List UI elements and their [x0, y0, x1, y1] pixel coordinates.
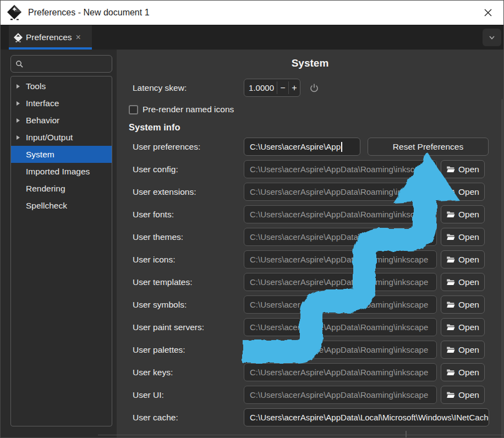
open-button-label: Open: [458, 322, 479, 332]
expander-triangle-icon[interactable]: [17, 135, 26, 140]
search-box[interactable]: [10, 55, 112, 73]
open-folder-button[interactable]: Open: [441, 183, 485, 201]
path-field-user-keys[interactable]: C:\Users\acerAspire\AppData\Roaming\inks…: [244, 363, 437, 381]
reset-default-power-button[interactable]: [309, 83, 319, 93]
sidebar-item-imported-images[interactable]: Imported Images: [11, 163, 112, 180]
expander-triangle-icon[interactable]: [17, 118, 26, 123]
row-label: User keys:: [133, 368, 244, 377]
path-field-user-symbols[interactable]: C:\Users\acerAspire\AppData\Roaming\inks…: [244, 295, 437, 314]
inkscape-logo-icon: [6, 4, 23, 21]
row-label: User config:: [133, 165, 244, 174]
search-input[interactable]: [27, 59, 107, 69]
sidebar: ToolsInterfaceBehaviorInput/OutputSystem…: [1, 50, 117, 438]
tab-close-icon[interactable]: ×: [76, 32, 81, 42]
open-folder-button[interactable]: Open: [441, 228, 485, 246]
open-folder-button[interactable]: Open: [441, 341, 485, 359]
path-field-user-config[interactable]: C:\Users\acerAspire\AppData\Roaming\inks…: [244, 160, 437, 178]
window-title: Preferences - New document 1: [28, 8, 150, 18]
path-text: C:\Users\acerAspire\AppData\Roaming\inks…: [250, 322, 428, 332]
folder-open-icon: [446, 391, 455, 399]
prerender-icons-label: Pre-render named icons: [143, 105, 234, 114]
path-text: C:\Users\acerAspire\AppData\Roaming\inks…: [250, 187, 428, 196]
tab-preferences[interactable]: Preferences ×: [9, 25, 92, 50]
row-label: User fonts:: [133, 210, 244, 220]
sidebar-item-behavior[interactable]: Behavior: [11, 112, 112, 129]
sidebar-item-label: Imported Images: [26, 167, 90, 177]
sidebar-item-system[interactable]: System: [11, 146, 112, 163]
folder-open-icon: [446, 210, 455, 218]
power-icon: [309, 83, 319, 93]
sidebar-item-label: Interface: [26, 98, 59, 108]
latency-skew-spinbox[interactable]: 1.0000 − +: [244, 79, 300, 97]
path-field-user-palettes[interactable]: C:\Users\acerAspire\AppData\Roaming\inks…: [244, 341, 437, 359]
bottom-splitter[interactable]: [98, 435, 503, 435]
open-folder-button[interactable]: Open: [441, 295, 485, 314]
spinbox-value[interactable]: 1.0000: [244, 79, 277, 96]
pref-row-user-symbols: User symbols:C:\Users\acerAspire\AppData…: [133, 295, 503, 314]
path-text: C:\Users\acerAspire\AppData\Roaming\inks…: [250, 368, 428, 377]
row-label: User UI:: [133, 390, 244, 400]
folder-open-icon: [446, 233, 455, 241]
sidebar-item-label: Tools: [26, 81, 46, 91]
path-field-user-themes[interactable]: C:\Users\acerAspire\AppData\Roaming\inks…: [244, 228, 437, 246]
open-folder-button[interactable]: Open: [441, 386, 485, 404]
sidebar-item-spellcheck[interactable]: Spellcheck: [11, 197, 112, 214]
folder-open-icon: [446, 368, 455, 376]
open-button-label: Open: [458, 300, 479, 310]
sidebar-item-rendering[interactable]: Rendering: [11, 180, 112, 197]
sidebar-item-interface[interactable]: Interface: [11, 95, 112, 112]
search-icon: [15, 60, 24, 68]
open-button-label: Open: [458, 345, 479, 355]
path-field-user-extensions[interactable]: C:\Users\acerAspire\AppData\Roaming\inks…: [244, 183, 437, 201]
row-label: User palettes:: [133, 345, 244, 355]
open-folder-button[interactable]: Open: [441, 318, 485, 336]
open-folder-button[interactable]: Open: [441, 205, 485, 223]
folder-open-icon: [446, 323, 455, 331]
chevron-down-icon: [488, 34, 496, 41]
open-folder-button[interactable]: Open: [441, 250, 485, 269]
titlebar: Preferences - New document 1: [1, 1, 503, 25]
sidebar-item-input-output[interactable]: Input/Output: [11, 129, 112, 146]
path-field-user-cache[interactable]: C:\Users\acerAspire\AppData\Local\Micros…: [244, 408, 489, 426]
open-folder-button[interactable]: Open: [441, 160, 485, 178]
page-title: System: [117, 57, 503, 69]
folder-open-icon: [446, 255, 455, 264]
content-pane: System Latency skew: 1.0000 − +: [117, 50, 503, 438]
spin-decrement-button[interactable]: −: [277, 79, 288, 96]
open-folder-button[interactable]: Open: [441, 273, 485, 291]
path-text: C:\Users\acerAspire\AppData\Roaming\inks…: [250, 255, 428, 264]
prerender-icons-checkbox[interactable]: [129, 105, 138, 114]
sidebar-item-label: Rendering: [26, 184, 65, 194]
path-field-user-preferences[interactable]: C:\Users\acerAspire\App: [244, 138, 360, 156]
expander-triangle-icon[interactable]: [17, 101, 26, 106]
sidebar-item-tools[interactable]: Tools: [11, 78, 112, 95]
path-text: C:\Users\acerAspire\AppData\Roaming\inks…: [250, 232, 428, 242]
triangle-right-icon: [17, 135, 20, 140]
window-close-button[interactable]: [478, 3, 498, 23]
tab-bar: Preferences ×: [1, 25, 503, 50]
path-field-user-templates[interactable]: C:\Users\acerAspire\AppData\Roaming\inks…: [244, 273, 437, 291]
text-caret: [341, 142, 342, 152]
path-text: C:\Users\acerAspire\AppData\Roaming\inks…: [250, 300, 428, 309]
expander-triangle-icon[interactable]: [17, 84, 26, 89]
path-field-user-ui[interactable]: C:\Users\acerAspire\AppData\Roaming\inks…: [244, 386, 437, 404]
path-field-user-paint-servers[interactable]: C:\Users\acerAspire\AppData\Roaming\inks…: [244, 318, 437, 336]
splitter-handle[interactable]: [406, 431, 407, 438]
pref-row-user-icons: User icons:C:\Users\acerAspire\AppData\R…: [133, 250, 503, 269]
path-text: C:\Users\acerAspire\AppData\Roaming\inks…: [250, 165, 428, 174]
reset-preferences-button[interactable]: Reset Preferences: [368, 138, 489, 156]
triangle-right-icon: [17, 84, 20, 89]
pref-row-user-templates: User templates:C:\Users\acerAspire\AppDa…: [133, 273, 503, 291]
open-button-label: Open: [458, 187, 479, 197]
path-field-user-fonts[interactable]: C:\Users\acerAspire\AppData\Roaming\inks…: [244, 205, 437, 223]
open-button-label: Open: [458, 232, 479, 242]
open-button-label: Open: [458, 165, 479, 174]
open-folder-button[interactable]: Open: [441, 363, 485, 381]
path-field-user-icons[interactable]: C:\Users\acerAspire\AppData\Roaming\inks…: [244, 250, 437, 269]
tab-overflow-button[interactable]: [483, 29, 501, 46]
path-rows: User preferences:C:\Users\acerAspire\App…: [117, 138, 503, 426]
pref-row-user-extensions: User extensions:C:\Users\acerAspire\AppD…: [133, 183, 503, 201]
inkscape-tab-icon: [13, 32, 23, 42]
spin-increment-button[interactable]: +: [289, 79, 300, 96]
row-label: User icons:: [133, 255, 244, 265]
